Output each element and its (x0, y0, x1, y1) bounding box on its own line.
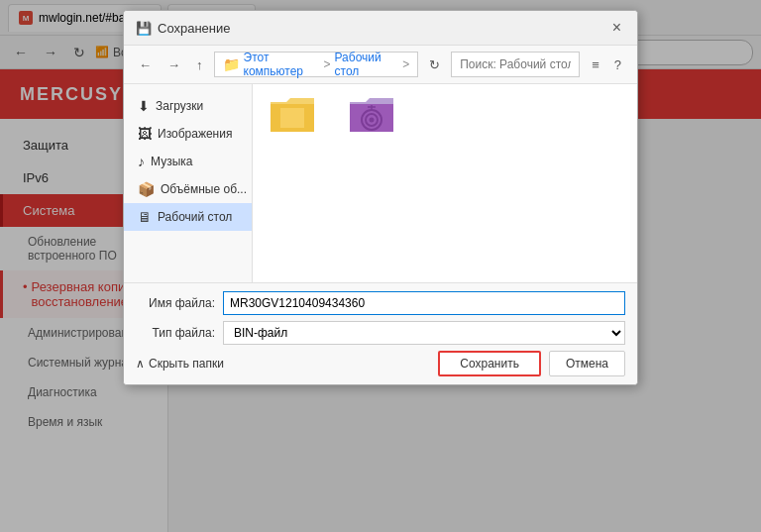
dlg-nav-3d[interactable]: 📦 Объёмные об... (124, 175, 252, 203)
dlg-nav-images[interactable]: 🖼 Изображения (124, 120, 252, 148)
dialog-close-button[interactable]: × (608, 19, 625, 37)
folder-images-icon: 🖼 (138, 126, 152, 142)
dialog-up-button[interactable]: ↑ (191, 55, 208, 74)
dlg-nav-downloads[interactable]: ⬇ Загрузки (124, 92, 252, 120)
breadcrumb-bar[interactable]: 📁 Этот компьютер > Рабочий стол > (214, 52, 419, 77)
dlg-nav-desktop-label: Рабочий стол (158, 210, 232, 224)
folder-music-icon: ♪ (138, 154, 145, 169)
dialog-footer: Имя файла: Тип файла: BIN-файл ∧ Скрыть … (124, 282, 637, 384)
dialog-back-button[interactable]: ← (134, 55, 157, 74)
hide-folders-toggle[interactable]: ∧ Скрыть папки (136, 357, 224, 371)
bc-sep1: > (324, 57, 331, 71)
folder-3d-icon: 📦 (138, 181, 155, 197)
dialog-forward-button[interactable]: → (163, 55, 185, 74)
folder2-icon (348, 94, 395, 136)
dlg-nav-3d-label: Объёмные об... (161, 182, 247, 196)
bc-sep2: > (402, 57, 409, 71)
dialog-title: 💾 Сохранение (136, 21, 231, 36)
svg-point-3 (370, 118, 375, 123)
filename-input[interactable] (223, 291, 625, 315)
folder-icon: 📁 (223, 56, 240, 72)
toolbar-right-btns: ≡ ? (586, 54, 627, 75)
dialog-buttons: Сохранить Отмена (438, 351, 625, 376)
bc-desktop[interactable]: Рабочий стол (335, 51, 399, 78)
save-icon: 💾 (136, 21, 152, 36)
file-item-folder1[interactable] (263, 94, 322, 136)
svg-rect-0 (280, 108, 304, 128)
bc-pc[interactable]: Этот компьютер (244, 51, 320, 78)
dialog-title-text: Сохранение (158, 21, 231, 36)
dialog-sidebar: ⬇ Загрузки 🖼 Изображения ♪ Музыка 📦 Объё… (124, 84, 253, 282)
folder-downloads-icon: ⬇ (138, 98, 150, 114)
save-dialog: 💾 Сохранение × ← → ↑ 📁 Этот компьютер > … (123, 10, 638, 385)
help-button[interactable]: ? (608, 54, 627, 75)
folder1-icon (269, 94, 316, 136)
filetype-row: Тип файла: BIN-файл (136, 321, 625, 345)
filetype-label: Тип файла: (136, 326, 215, 340)
dialog-titlebar: 💾 Сохранение × (124, 11, 637, 46)
filename-label: Имя файла: (136, 296, 215, 310)
dlg-nav-desktop[interactable]: 🖥 Рабочий стол (124, 203, 252, 231)
filename-row: Имя файла: (136, 291, 625, 315)
dlg-nav-music[interactable]: ♪ Музыка (124, 148, 252, 175)
dialog-cancel-button[interactable]: Отмена (549, 351, 625, 376)
dialog-action-row: ∧ Скрыть папки Сохранить Отмена (136, 351, 625, 376)
dialog-save-button[interactable]: Сохранить (438, 351, 541, 376)
dlg-nav-images-label: Изображения (158, 127, 232, 141)
folder-desktop-icon: 🖥 (138, 209, 152, 225)
dialog-refresh-button[interactable]: ↻ (424, 55, 445, 74)
file-item-folder2[interactable] (342, 94, 401, 136)
dialog-body: ⬇ Загрузки 🖼 Изображения ♪ Музыка 📦 Объё… (124, 84, 637, 282)
hide-folders-label: Скрыть папки (149, 357, 224, 371)
dialog-toolbar: ← → ↑ 📁 Этот компьютер > Рабочий стол > … (124, 46, 637, 84)
dlg-nav-downloads-label: Загрузки (156, 99, 203, 113)
filetype-select[interactable]: BIN-файл (223, 321, 625, 345)
dlg-nav-music-label: Музыка (151, 155, 192, 168)
dialog-overlay: 💾 Сохранение × ← → ↑ 📁 Этот компьютер > … (0, 0, 761, 532)
view-toggle-button[interactable]: ≡ (586, 54, 605, 75)
chevron-down-icon: ∧ (136, 357, 145, 371)
dialog-files (253, 84, 637, 282)
dialog-search-input[interactable] (451, 52, 580, 77)
